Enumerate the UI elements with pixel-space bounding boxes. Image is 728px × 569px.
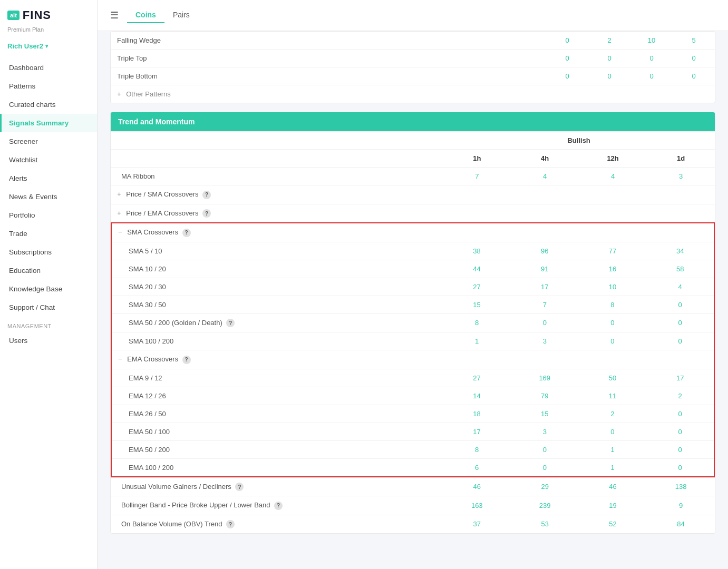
val-h4: 0 xyxy=(511,440,579,458)
ema-row-label: EMA 100 / 200 xyxy=(111,458,443,477)
sidebar-item-screener[interactable]: Screener xyxy=(0,132,97,151)
logo-text: FINS xyxy=(23,8,51,22)
sidebar-item-education[interactable]: Education xyxy=(0,261,97,280)
help-icon[interactable]: ? xyxy=(226,520,235,528)
table-row: SMA 10 / 20 44 91 16 58 xyxy=(111,260,714,278)
table-row: EMA 100 / 200 6 0 1 0 xyxy=(111,458,714,477)
val-h1: 14 xyxy=(443,387,511,405)
plus-icon[interactable]: + xyxy=(117,190,121,198)
val-h1: 1 xyxy=(443,332,511,350)
table-row: On Balance Volume (OBV) Trend ? 37 53 52… xyxy=(111,515,715,533)
minus-icon[interactable]: − xyxy=(118,228,122,236)
sidebar-item-patterns[interactable]: Patterns xyxy=(0,77,97,95)
val-h1d: 0 xyxy=(646,423,714,440)
sidebar-item-news-events[interactable]: News & Events xyxy=(0,188,97,206)
sidebar-item-dashboard[interactable]: Dashboard xyxy=(0,58,97,77)
sma-label: − SMA Crossovers ? xyxy=(111,223,443,242)
val-h1: 8 xyxy=(443,313,511,332)
obv-trend-label: On Balance Volume (OBV) Trend ? xyxy=(111,515,443,533)
val-h4: 7 xyxy=(511,296,579,313)
help-icon[interactable]: ? xyxy=(274,502,283,510)
plus-icon[interactable]: + xyxy=(117,90,121,98)
price-ema-row[interactable]: + Price / EMA Crossovers ? xyxy=(111,204,715,222)
help-icon[interactable]: ? xyxy=(202,209,211,218)
content-area: Falling Wedge 0 2 10 5 Triple Top 0 0 0 … xyxy=(98,31,728,555)
val-h1d: 84 xyxy=(647,515,715,533)
table-row: EMA 50 / 200 8 0 1 0 xyxy=(111,440,714,458)
bottom-rows-table: Unusual Volume Gainers / Decliners ? 46 … xyxy=(111,477,715,534)
sidebar-item-knowledge-base[interactable]: Knowledge Base xyxy=(0,280,97,298)
hamburger-icon[interactable]: ☰ xyxy=(110,9,119,21)
val-h4: 3 xyxy=(511,332,579,350)
help-icon[interactable]: ? xyxy=(235,483,244,491)
help-icon[interactable]: ? xyxy=(182,229,191,237)
chevron-down-icon: ▾ xyxy=(45,43,48,49)
val-h1: 6 xyxy=(443,458,511,477)
username-label: Rich User2 xyxy=(7,42,43,50)
val-h1d: 0 xyxy=(646,332,714,350)
bollinger-band-label: Bollinger Band - Price Broke Upper / Low… xyxy=(111,496,443,515)
sma-row-label: SMA 10 / 20 xyxy=(111,260,443,278)
tab-coins[interactable]: Coins xyxy=(127,7,164,23)
help-icon[interactable]: ? xyxy=(182,356,191,364)
table-row: EMA 12 / 26 14 79 11 2 xyxy=(111,387,714,405)
val-h4: 17 xyxy=(511,278,579,296)
val-h12: 10 xyxy=(630,32,673,50)
sidebar-item-users[interactable]: Users xyxy=(0,331,97,350)
val-h12: 16 xyxy=(579,260,647,278)
val-h12: 10 xyxy=(579,278,647,296)
sidebar-item-curated-charts[interactable]: Curated charts xyxy=(0,95,97,114)
sidebar-item-watchlist[interactable]: Watchlist xyxy=(0,151,97,169)
plus-icon[interactable]: + xyxy=(117,209,121,217)
ema-crossovers-header[interactable]: − EMA Crossovers ? xyxy=(111,350,714,369)
val-h1: 0 xyxy=(546,50,588,67)
help-icon[interactable]: ? xyxy=(202,191,211,199)
bullish-header-row: Bullish xyxy=(111,132,715,150)
val-h4: 3 xyxy=(511,423,579,440)
ma-ribbon-label: MA Ribbon xyxy=(111,168,443,185)
sma-crossovers-header[interactable]: − SMA Crossovers ? xyxy=(111,223,714,242)
sidebar-item-support-chat[interactable]: Support / Chat xyxy=(0,298,97,317)
val-h4: 96 xyxy=(511,242,579,260)
trend-table: Trend and Momentum Bullish 1h 4h 12h 1d xyxy=(111,112,715,222)
val-h1: 17 xyxy=(443,423,511,440)
trend-momentum-wrapper: Trend and Momentum Bullish 1h 4h 12h 1d xyxy=(110,112,715,534)
val-h12: 0 xyxy=(579,313,647,332)
sidebar-item-signals-summary[interactable]: Signals Summary xyxy=(0,114,97,132)
tab-pairs[interactable]: Pairs xyxy=(164,7,198,23)
val-h12: 11 xyxy=(579,387,647,405)
sidebar-item-alerts[interactable]: Alerts xyxy=(0,169,97,188)
sidebar-item-subscriptions[interactable]: Subscriptions xyxy=(0,243,97,261)
sidebar-item-trade[interactable]: Trade xyxy=(0,224,97,243)
logo-area: alt FINS xyxy=(0,0,97,25)
other-patterns-row[interactable]: + Other Patterns xyxy=(111,85,715,103)
val-h1: 37 xyxy=(443,515,511,533)
val-h12: 1 xyxy=(579,458,647,477)
val-h1: 44 xyxy=(443,260,511,278)
ma-ribbon-h1: 7 xyxy=(443,168,511,185)
ema-label: − EMA Crossovers ? xyxy=(111,350,443,369)
val-h1d: 0 xyxy=(673,50,715,67)
top-bar: ☰ Coins Pairs xyxy=(98,0,728,31)
other-patterns-label: + Other Patterns xyxy=(111,85,715,103)
val-h12: 0 xyxy=(630,50,673,67)
pattern-label: Triple Bottom xyxy=(111,67,546,85)
help-icon[interactable]: ? xyxy=(226,319,235,327)
val-h12: 77 xyxy=(579,242,647,260)
val-h1d: 58 xyxy=(646,260,714,278)
val-h4: 2 xyxy=(588,32,630,50)
sma-row-label: SMA 50 / 200 (Golden / Death) ? xyxy=(111,313,443,332)
user-dropdown[interactable]: Rich User2 ▾ xyxy=(0,38,97,58)
minus-icon[interactable]: − xyxy=(118,355,122,363)
val-h4: 79 xyxy=(511,387,579,405)
table-row: EMA 26 / 50 18 15 2 0 xyxy=(111,405,714,423)
val-h1d: 0 xyxy=(646,405,714,423)
ema-row-label: EMA 26 / 50 xyxy=(111,405,443,423)
table-row: SMA 100 / 200 1 3 0 0 xyxy=(111,332,714,350)
main-content: ☰ Coins Pairs Falling Wedge 0 2 10 5 Tr xyxy=(98,0,728,569)
crossovers-table: − SMA Crossovers ? SMA 5 / 10 38 96 77 3… xyxy=(111,222,715,477)
bullish-label: Bullish xyxy=(443,132,715,150)
price-sma-row[interactable]: + Price / SMA Crossovers ? xyxy=(111,185,715,204)
sidebar-item-portfolio[interactable]: Portfolio xyxy=(0,206,97,224)
sma-row-label: SMA 100 / 200 xyxy=(111,332,443,350)
